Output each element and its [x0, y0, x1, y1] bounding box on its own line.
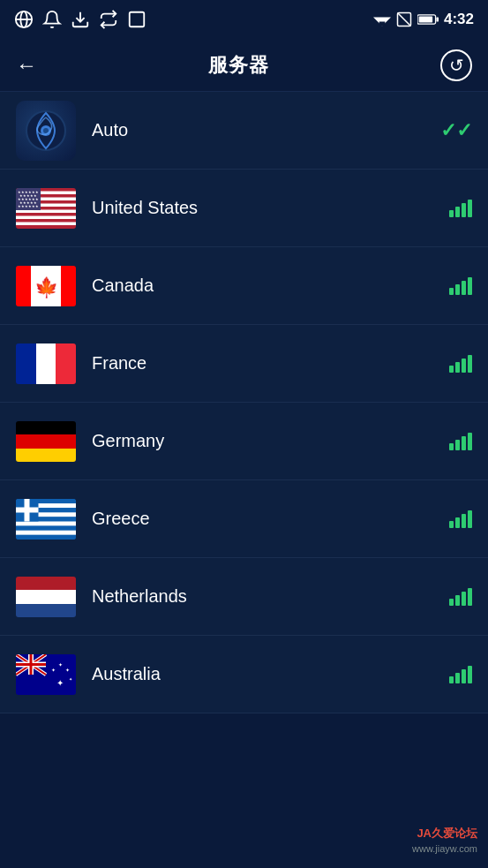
server-name-gr: Greece — [92, 509, 449, 529]
au-flag: ✦ ✦ ✦ ✦ ✦ — [16, 654, 76, 695]
server-name-ca: Canada — [92, 275, 449, 296]
watermark-url: www.jiayw.com — [412, 842, 477, 856]
bell-icon — [42, 10, 62, 29]
no-signal-icon — [396, 11, 412, 27]
time-display: 4:32 — [444, 11, 474, 28]
fr-flag — [16, 343, 76, 384]
server-name-auto: Auto — [92, 120, 440, 140]
ca-flag: 🍁 — [16, 266, 76, 306]
svg-rect-52 — [16, 604, 76, 617]
svg-text:✦: ✦ — [56, 678, 64, 688]
server-name-de: Germany — [92, 431, 449, 451]
svg-rect-19 — [16, 209, 76, 213]
signal-bars-nl — [449, 588, 472, 606]
server-name-nl: Netherlands — [92, 586, 449, 607]
signal-bars-au — [449, 666, 472, 683]
server-item-gr[interactable]: Greece — [0, 480, 488, 558]
download-icon — [71, 10, 90, 29]
square-icon — [127, 10, 146, 29]
svg-rect-35 — [16, 434, 76, 449]
server-name-us: United States — [92, 198, 449, 218]
svg-rect-51 — [16, 590, 76, 604]
svg-rect-10 — [436, 17, 439, 21]
svg-rect-36 — [16, 449, 76, 462]
server-item-de[interactable]: Germany — [0, 403, 488, 480]
status-bar: 4:32 — [0, 0, 488, 39]
svg-rect-6 — [379, 22, 386, 26]
server-item-nl[interactable]: Netherlands — [0, 558, 488, 636]
back-button[interactable]: ← — [16, 53, 37, 78]
svg-rect-31 — [16, 343, 36, 384]
svg-text:✦: ✦ — [69, 676, 72, 682]
server-name-fr: France — [92, 353, 449, 374]
wifi-icon — [373, 12, 391, 26]
svg-rect-49 — [16, 507, 39, 512]
server-item-ca[interactable]: 🍁 Canada — [0, 247, 488, 325]
svg-rect-20 — [16, 215, 76, 219]
refresh-icon: ↺ — [449, 55, 464, 76]
server-item-auto[interactable]: Auto ✓✓ — [0, 92, 488, 170]
status-icons-right: 4:32 — [373, 11, 474, 28]
header: ← 服务器 ↺ — [0, 39, 488, 92]
svg-rect-11 — [419, 17, 432, 23]
server-name-au: Australia — [92, 664, 449, 684]
watermark: JA久爱论坛 www.jiayw.com — [412, 826, 477, 856]
page-title: 服务器 — [208, 52, 269, 79]
svg-rect-44 — [16, 525, 76, 530]
signal-bars-ca — [449, 277, 472, 295]
signal-bars-gr — [449, 510, 472, 528]
signal-bars-us — [449, 200, 472, 217]
svg-text:✦: ✦ — [58, 662, 63, 668]
signal-bars-fr — [449, 355, 472, 373]
globe-icon — [14, 10, 34, 29]
svg-rect-43 — [16, 521, 76, 525]
svg-rect-50 — [16, 577, 76, 590]
watermark-brand: JA久爱论坛 — [412, 826, 477, 842]
server-item-us[interactable]: ★★★★★★ ★★★★★ ★★★★★★ ★★★★★ ★★★★★★ United … — [0, 170, 488, 247]
svg-rect-33 — [56, 343, 76, 384]
svg-text:✦: ✦ — [65, 668, 70, 673]
server-item-au[interactable]: ✦ ✦ ✦ ✦ ✦ Australia — [0, 636, 488, 713]
svg-rect-45 — [16, 530, 76, 534]
auto-flag — [16, 101, 76, 161]
svg-rect-32 — [36, 343, 56, 384]
signal-bars-de — [449, 433, 472, 450]
svg-rect-4 — [130, 12, 145, 27]
selected-check-icon: ✓✓ — [440, 119, 472, 142]
battery-icon — [417, 13, 439, 26]
svg-text:✦: ✦ — [51, 668, 56, 673]
svg-rect-46 — [16, 534, 76, 539]
svg-rect-62 — [16, 663, 46, 666]
nl-flag — [16, 577, 76, 617]
status-icons-left — [14, 10, 146, 29]
server-list: Auto ✓✓ ★★★★★★ ★★★★★ ★★★★★★ ★★★★★ — [0, 92, 488, 713]
us-flag: ★★★★★★ ★★★★★ ★★★★★★ ★★★★★ ★★★★★★ — [16, 188, 76, 229]
de-flag — [16, 421, 76, 462]
svg-rect-34 — [16, 421, 76, 434]
server-item-fr[interactable]: France — [0, 325, 488, 403]
refresh-button[interactable]: ↺ — [440, 49, 472, 81]
gr-flag — [16, 499, 76, 540]
svg-rect-21 — [16, 222, 76, 225]
svg-line-8 — [397, 13, 410, 26]
svg-text:★★★★★★: ★★★★★★ — [18, 204, 39, 208]
svg-text:🍁: 🍁 — [34, 275, 59, 299]
swap-icon — [99, 10, 118, 29]
